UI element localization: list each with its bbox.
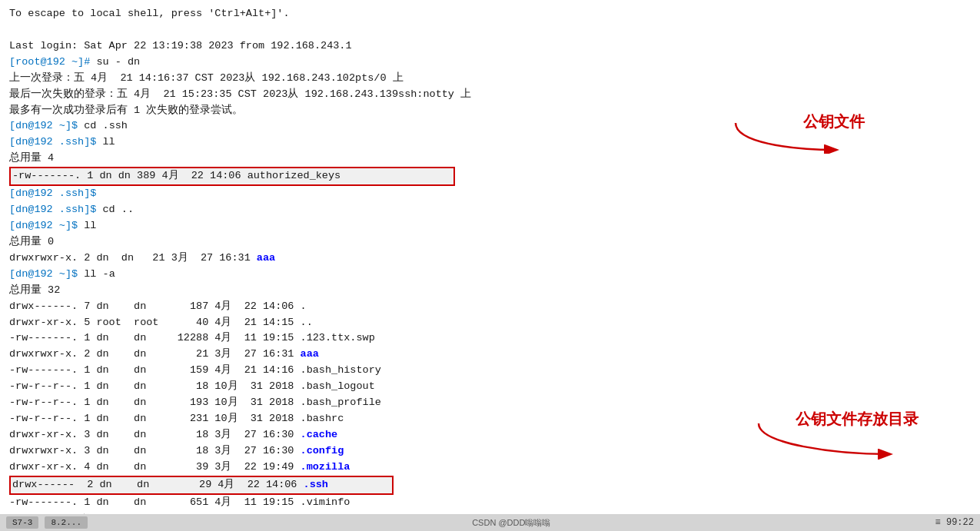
arrow-2: [751, 410, 920, 460]
prompt-root: [root@192 ~]#: [9, 56, 90, 68]
mozilla-dir: .mozilla: [301, 461, 350, 473]
tab-s7-3[interactable]: S7-3: [6, 516, 38, 529]
branding: CSDN @DDD嗡嗡嗡: [472, 517, 550, 529]
ssh-dir-row: drwx------ 2 dn dn 29 4月 22 14:06 .ssh: [9, 476, 394, 495]
arrow-1: [728, 111, 866, 154]
tab-list: S7-3 8.2...: [6, 516, 88, 529]
ssh-dir: .ssh: [304, 479, 328, 490]
terminal-line-14: [dn@192 ~]$ ll: [9, 218, 971, 234]
terminal-line-5: 上一次登录：五 4月 21 14:16:37 CST 2023从 192.168…: [9, 71, 971, 87]
terminal-line-11: -rw-------. 1 dn dn 389 4月 22 14:06 auth…: [9, 167, 971, 186]
config-dir: .config: [301, 445, 344, 456]
terminal-line-20: drwxr-xr-x. 5 root root 40 4月 21 14:15 .…: [9, 315, 971, 331]
bottom-bar: S7-3 8.2... CSDN @DDD嗡嗡嗡 ≡ 99:22: [0, 514, 980, 531]
prompt-dn-home: [dn@192 ~]$: [9, 220, 78, 231]
authorized-keys-row: -rw-------. 1 dn dn 389 4月 22 14:06 auth…: [9, 167, 455, 186]
aaa-dir: aaa: [257, 252, 275, 264]
terminal-line-13: [dn@192 .ssh]$ cd ..: [9, 202, 971, 218]
tab-8-2[interactable]: 8.2...: [45, 516, 88, 529]
terminal-line-12: [dn@192 .ssh]$: [9, 186, 971, 202]
terminal-line-blank: [9, 22, 971, 38]
terminal-line-15: 总用量 0: [9, 234, 971, 251]
prompt-dn-ssh4: [dn@192 .ssh]$: [9, 204, 96, 215]
aaa-dir2: aaa: [301, 348, 319, 360]
terminal-line-3: Last login: Sat Apr 22 13:19:38 2023 fro…: [9, 38, 971, 55]
terminal-line-22: drwxrwxr-x. 2 dn dn 21 3月 27 16:31 aaa: [9, 347, 971, 363]
terminal-line-31: -rw-------. 1 dn dn 651 4月 11 19:15 .vim…: [9, 495, 971, 511]
terminal-line-17: [dn@192 ~]$ ll -a: [9, 267, 971, 283]
cache-dir: .cache: [301, 429, 338, 440]
terminal-line-30: drwx------ 2 dn dn 29 4月 22 14:06 .ssh: [9, 476, 971, 495]
terminal-line-18: 总用量 32: [9, 283, 971, 299]
prompt-dn-ssh2: [dn@192 .ssh]$: [9, 136, 96, 148]
time-display: ≡ 99:22: [935, 517, 974, 528]
terminal-line-1: To escape to local shell, press 'Ctrl+Al…: [9, 6, 971, 22]
terminal-line-4: [root@192 ~]# su - dn: [9, 55, 971, 71]
terminal-line-6: 最后一次失败的登录：五 4月 21 15:23:35 CST 2023从 192…: [9, 87, 971, 103]
terminal-line-19: drwx------. 7 dn dn 187 4月 22 14:06 .: [9, 299, 971, 315]
terminal-line-16: drwxrwxr-x. 2 dn dn 21 3月 27 16:31 aaa: [9, 251, 971, 267]
terminal-line-21: -rw-------. 1 dn dn 12288 4月 11 19:15 .1…: [9, 330, 971, 347]
terminal-line-23: -rw-------. 1 dn dn 159 4月 21 14:16 .bas…: [9, 363, 971, 379]
prompt-dn-ssh: [dn@192 ~]$: [9, 120, 78, 131]
prompt-dn-home2: [dn@192 ~]$: [9, 268, 78, 280]
prompt-dn-ssh3: [dn@192 .ssh]$: [9, 188, 96, 199]
terminal-window: To escape to local shell, press 'Ctrl+Al…: [0, 0, 980, 531]
terminal-line-24: -rw-r--r--. 1 dn dn 18 10月 31 2018 .bash…: [9, 379, 971, 395]
terminal-line-29: drwxr-xr-x. 4 dn dn 39 3月 22 19:49 .mozi…: [9, 460, 971, 476]
